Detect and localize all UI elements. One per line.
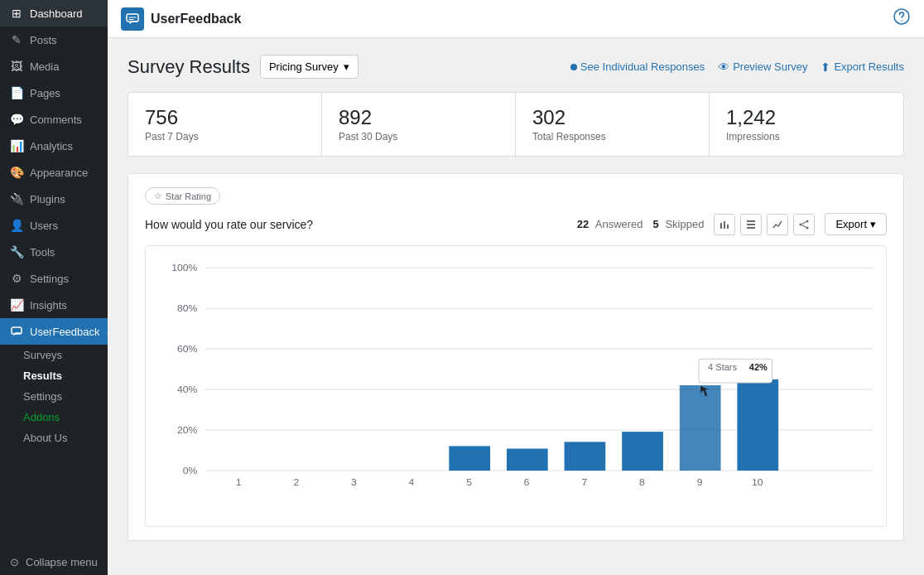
stat-value-1: 892 <box>339 106 498 129</box>
question-row: How would you rate our service? 22 Answe… <box>145 213 887 235</box>
sidebar-item-userfeedback[interactable]: UserFeedback ◀ <box>0 318 108 345</box>
dot-icon <box>570 64 577 70</box>
sidebar-item-tools[interactable]: 🔧 Tools <box>0 239 108 265</box>
brand-name: UserFeedback <box>151 12 241 27</box>
svg-text:10: 10 <box>752 477 763 487</box>
sidebar-label: Dashboard <box>30 7 83 20</box>
stat-label-2: Total Responses <box>532 131 692 143</box>
answered-count: 22 <box>577 218 589 230</box>
chart-container: 100% 80% 60% 40% 20% 0% 1 2 <box>145 245 887 527</box>
dropdown-chevron-icon: ▾ <box>344 60 349 73</box>
sidebar-item-analytics[interactable]: 📊 Analytics <box>0 133 108 159</box>
svg-text:40%: 40% <box>177 384 197 394</box>
collapse-icon: ⊙ <box>10 556 19 568</box>
page-content: Survey Results Pricing Survey ▾ See Indi… <box>108 38 924 575</box>
svg-rect-7 <box>747 220 755 222</box>
svg-point-12 <box>806 226 809 229</box>
sidebar-item-insights[interactable]: 📈 Insights <box>0 292 108 318</box>
sidebar-item-posts[interactable]: ✎ Posts <box>0 27 108 53</box>
stats-row: 756 Past 7 Days 892 Past 30 Days 302 Tot… <box>128 92 904 157</box>
stat-past-30: 892 Past 30 Days <box>322 93 516 156</box>
sidebar-sub-results[interactable]: Results <box>0 365 108 386</box>
collapse-menu-button[interactable]: ⊙ Collapse menu <box>0 549 108 575</box>
line-chart-icon-btn[interactable] <box>767 214 788 235</box>
chart-icons <box>714 214 815 235</box>
svg-rect-37 <box>507 448 548 471</box>
svg-text:1: 1 <box>236 477 242 487</box>
sidebar-item-settings[interactable]: ⚙ Settings <box>0 265 108 292</box>
userfeedback-icon <box>10 325 23 338</box>
svg-text:4 Stars: 4 Stars <box>708 362 737 372</box>
star-icon: ☆ <box>154 191 162 201</box>
svg-rect-39 <box>565 442 606 471</box>
sidebar-item-users[interactable]: 👤 Users <box>0 212 108 239</box>
stat-past-7: 756 Past 7 Days <box>128 93 322 156</box>
main-content: UserFeedback Survey Results Pricing Surv… <box>108 0 924 575</box>
svg-rect-6 <box>727 225 729 229</box>
svg-rect-45 <box>737 379 778 471</box>
survey-name: Pricing Survey <box>269 60 339 73</box>
stat-total: 302 Total Responses <box>516 93 710 156</box>
preview-survey-link[interactable]: 👁 Preview Survey <box>718 60 807 74</box>
stat-value-3: 1,242 <box>726 106 887 129</box>
svg-rect-43 <box>680 385 721 471</box>
stat-label-0: Past 7 Days <box>145 131 305 143</box>
tools-icon: 🔧 <box>10 245 23 259</box>
header-left: Survey Results Pricing Survey ▾ <box>128 55 359 79</box>
stat-label-1: Past 30 Days <box>339 131 498 143</box>
svg-text:42%: 42% <box>749 362 768 372</box>
sidebar: ⊞ Dashboard ✎ Posts 🖼 Media 📄 Pages 💬 Co… <box>0 0 108 575</box>
svg-text:7: 7 <box>581 477 587 487</box>
sidebar-item-pages[interactable]: 📄 Pages <box>0 80 108 106</box>
share-icon-btn[interactable] <box>793 214 815 235</box>
bar-chart-icon-btn[interactable] <box>714 214 735 235</box>
sidebar-item-plugins[interactable]: 🔌 Plugins <box>0 186 108 212</box>
stat-impressions: 1,242 Impressions <box>710 93 903 156</box>
svg-text:2: 2 <box>293 477 299 487</box>
question-card: ☆ Star Rating How would you rate our ser… <box>128 173 904 541</box>
stat-value-0: 756 <box>145 106 305 129</box>
appearance-icon: 🎨 <box>10 166 23 179</box>
sidebar-sub-surveys[interactable]: Surveys <box>0 345 108 365</box>
chart-inner: 100% 80% 60% 40% 20% 0% 1 2 <box>159 259 873 513</box>
svg-rect-41 <box>622 432 663 471</box>
sidebar-sub-addons[interactable]: Addons <box>0 407 108 428</box>
brand-icon <box>121 7 144 31</box>
brand: UserFeedback <box>121 7 241 31</box>
survey-selector[interactable]: Pricing Survey ▾ <box>260 55 359 79</box>
svg-text:20%: 20% <box>177 425 197 435</box>
topbar-help-icon[interactable] <box>893 7 911 30</box>
svg-rect-5 <box>724 221 725 229</box>
question-text: How would you rate our service? <box>145 218 313 231</box>
page-title: Survey Results <box>128 56 250 78</box>
analytics-icon: 📊 <box>10 139 23 152</box>
sidebar-sub-settings[interactable]: Settings <box>0 386 108 407</box>
see-individual-link[interactable]: See Individual Responses <box>570 60 705 73</box>
media-icon: 🖼 <box>10 60 23 73</box>
skipped-count: 5 <box>653 218 659 230</box>
export-button[interactable]: Export ▾ <box>825 213 887 235</box>
results-header: Survey Results Pricing Survey ▾ See Indi… <box>128 55 904 79</box>
svg-line-13 <box>802 221 806 223</box>
insights-icon: 📈 <box>10 298 23 312</box>
question-meta: 22 Answered 5 Skipped <box>577 213 887 235</box>
export-chevron-icon: ▾ <box>870 218 876 230</box>
export-results-link[interactable]: ⬆ Export Results <box>821 60 904 74</box>
svg-line-14 <box>802 225 806 226</box>
svg-text:3: 3 <box>351 477 357 487</box>
sidebar-item-dashboard[interactable]: ⊞ Dashboard <box>0 0 108 27</box>
svg-rect-9 <box>747 227 755 229</box>
settings-icon: ⚙ <box>10 272 23 285</box>
svg-text:100%: 100% <box>171 263 197 273</box>
table-icon-btn[interactable] <box>740 214 762 235</box>
sidebar-item-appearance[interactable]: 🎨 Appearance <box>0 159 108 186</box>
stat-value-2: 302 <box>532 106 692 129</box>
pages-icon: 📄 <box>10 86 23 99</box>
preview-icon: 👁 <box>718 60 729 74</box>
sidebar-item-media[interactable]: 🖼 Media <box>0 53 108 80</box>
svg-rect-4 <box>720 223 722 229</box>
sidebar-sub-about[interactable]: About Us <box>0 428 108 448</box>
results-actions: See Individual Responses 👁 Preview Surve… <box>570 60 904 74</box>
sidebar-item-comments[interactable]: 💬 Comments <box>0 106 108 133</box>
svg-text:80%: 80% <box>177 303 197 313</box>
